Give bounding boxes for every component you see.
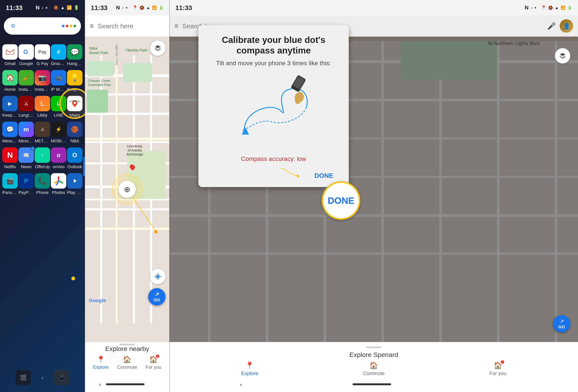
calibration-illustration <box>208 73 339 150</box>
messenger-icon: m <box>18 122 34 137</box>
app-gmail[interactable]: Gmail <box>2 44 18 66</box>
app-metalsl[interactable]: ⚔ METAL SL... <box>35 122 50 144</box>
app-paypal[interactable]: P PayPal He... <box>18 173 34 195</box>
google-dots <box>62 25 76 27</box>
p3-tab-foryou[interactable]: 🏠 ! For you <box>489 361 506 376</box>
app-row-5: N Netflix 📰 G News ↑ OfferUp o ooVoo <box>2 147 83 169</box>
sidebar-scroll-handle[interactable] <box>83 157 85 176</box>
maps-search-bar-p2: ≡ 🎤 👤 <box>85 15 169 37</box>
app-groupme[interactable]: # GroupMe <box>51 44 66 66</box>
status-icons-p1: N ♪ ● 🔕 ▲ 📶 🔋 <box>36 5 79 11</box>
hamburger-menu-icon-p3[interactable]: ≡ <box>174 22 178 30</box>
app-instagram[interactable]: 📷 Instagram <box>35 70 50 92</box>
paypal-label: PayPal He... <box>18 190 34 195</box>
svg-rect-24 <box>85 141 169 143</box>
p3-layers-btn[interactable] <box>555 48 570 64</box>
app-row-6: 🎬 Panorama... P PayPal He... 📞 Phone <box>2 173 83 195</box>
done-circle-button[interactable]: DONE <box>322 181 360 220</box>
user-avatar-p3[interactable]: 👤 <box>560 19 573 33</box>
app-keeprunning[interactable]: ▶ KeepRunni... <box>2 96 18 118</box>
app-offerup[interactable]: ↑ OfferUp <box>35 147 50 169</box>
app-netflix[interactable]: N Netflix <box>2 147 18 169</box>
app-unknown-b[interactable]: 📱 <box>54 370 69 385</box>
app-google[interactable]: G Google <box>18 44 34 66</box>
outlook-icon: O <box>67 147 83 163</box>
explore-tab-commute[interactable]: 🏠 Commute <box>117 355 137 370</box>
maps-search-input[interactable] <box>98 22 170 30</box>
calibration-svg <box>208 73 339 146</box>
p3-netflix-icon: N <box>525 5 529 11</box>
app-panorama[interactable]: 🎬 Panorama... <box>2 173 18 195</box>
app-gpay[interactable]: Pay G Pay <box>35 44 50 66</box>
maps-icon <box>67 96 83 111</box>
app-news[interactable]: 📰 G News <box>18 147 34 169</box>
libby-label: Libby <box>35 113 50 118</box>
calibration-dialog: Calibrate your blue dot's compass anytim… <box>198 25 356 187</box>
p2-mute-icon: 🔕 <box>140 5 144 10</box>
map-area-p2[interactable]: SitkaStreet Park Chester CreekGreenbelt … <box>85 37 169 342</box>
p3-tab-commute[interactable]: 🏠 Commute <box>363 361 385 376</box>
panorama-icon: 🎬 <box>2 173 18 189</box>
done-area: DONE <box>208 166 339 179</box>
app-phone[interactable]: 📞 Phone <box>35 173 50 195</box>
app-home[interactable]: 🏠 Home <box>2 70 18 92</box>
metalsl-label: METAL SL... <box>35 139 50 144</box>
app-nba[interactable]: 🏀 NBA <box>67 122 83 144</box>
explore-tabs: 📍 Explore 🏠 Commute 🏠 ! For you <box>85 355 169 370</box>
back-button-p2[interactable]: ‹ <box>99 381 101 388</box>
app-instacart[interactable]: 🥕 Instacart <box>18 70 34 92</box>
app-langrisser[interactable]: ⚔ Langrisser <box>18 96 34 118</box>
uaa-map-marker <box>129 163 136 170</box>
app-panorama-b[interactable]: 🎬 <box>15 370 31 385</box>
app-row-4: 💬 Messages m Messenger ⚔ METAL SL... ⚡ M… <box>2 122 83 144</box>
go-arrow-icon: ↗ <box>155 291 159 298</box>
app-hangouts[interactable]: 💬 Hangouts <box>67 44 83 66</box>
app-ipwebcam[interactable]: 📹 IP Webcam <box>51 70 66 92</box>
google-label: Google <box>18 61 34 66</box>
explore-tab-explore[interactable]: 📍 Explore <box>93 355 109 370</box>
layers-btn-p3[interactable] <box>555 48 570 64</box>
explore-tab-foryou[interactable]: 🏠 ! For you <box>146 355 161 370</box>
offerup-icon: ↑ <box>35 147 50 163</box>
app-maps[interactable]: Maps <box>67 96 83 118</box>
my-location-button[interactable] <box>150 269 165 284</box>
home-indicator-p3[interactable] <box>353 383 391 385</box>
messages-icon: 💬 <box>2 122 18 137</box>
google-watermark: Google <box>89 297 106 304</box>
dot-status-icon: ● <box>46 6 48 10</box>
p3-mute-icon: 🔕 <box>548 5 553 10</box>
app-photos[interactable]: Photos <box>51 173 66 195</box>
drag-handle-p3[interactable] <box>366 347 382 348</box>
app-playgames[interactable]: Play Games <box>67 173 83 195</box>
location-center[interactable]: ⊕ <box>112 174 143 205</box>
hamburger-menu-icon[interactable]: ≡ <box>90 22 94 30</box>
highlight-connector-dot <box>71 276 75 280</box>
home-indicator-p2[interactable] <box>106 383 144 385</box>
app-messenger[interactable]: m Messenger <box>18 122 34 144</box>
nba-icon: 🏀 <box>67 122 83 137</box>
go-button-p3[interactable]: ↗ GO <box>553 315 570 332</box>
app-grid: Gmail G Google Pay G Pay # GroupMe <box>0 40 85 203</box>
google-search-bar[interactable]: G <box>4 17 81 35</box>
done-inline-label[interactable]: DONE <box>314 172 333 179</box>
drag-handle[interactable] <box>119 344 135 345</box>
paypal-icon: P <box>18 173 34 189</box>
app-libby[interactable]: L Libby <box>35 96 50 118</box>
app-mobius[interactable]: ⚡ MOBIUS FF <box>51 122 66 144</box>
app-outlook[interactable]: O Outlook <box>67 147 83 169</box>
back-button-p3[interactable]: ‹ <box>240 381 242 388</box>
gpay-label: G Pay <box>35 61 50 66</box>
app-oovoo[interactable]: o ooVoo <box>51 147 66 169</box>
tiktok-status-icon: ♪ <box>42 5 44 10</box>
maps-panel-2: 11:33 N ♪ ● 📍 🔕 ▲ 📶 🔋 ≡ 🎤 👤 <box>85 0 170 392</box>
microphone-icon-p3[interactable]: 🎤 <box>547 22 556 30</box>
status-bar-panel2: 11:33 N ♪ ● 📍 🔕 ▲ 📶 🔋 <box>85 0 169 15</box>
app-messages[interactable]: 💬 Messages <box>2 122 18 144</box>
explore-bar-p2: Explore nearby 📍 Explore 🏠 Commute 🏠 ! F… <box>85 342 169 377</box>
go-button[interactable]: ↗ GO <box>148 288 165 305</box>
netflix-status-icon: N <box>36 5 40 11</box>
p3-tab-explore[interactable]: 📍 Explore <box>241 361 258 376</box>
drawer-arrow[interactable]: ‹ <box>42 375 43 381</box>
p2-signal-icon: 📶 <box>152 5 157 10</box>
layers-button[interactable] <box>150 40 165 56</box>
